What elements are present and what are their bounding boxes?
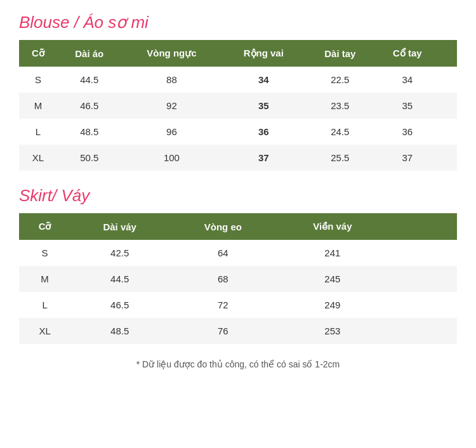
table-cell: 64 (169, 240, 277, 266)
table-cell (411, 240, 434, 266)
blouse-title: Blouse / Áo sơ mi (19, 13, 457, 32)
table-cell: 48.5 (57, 119, 122, 145)
table-cell: 23.5 (305, 93, 374, 119)
table-cell (440, 93, 457, 119)
table-cell: 34 (221, 67, 305, 93)
table-row: L46.572249 (19, 292, 457, 318)
table-row: L48.5963624.536 (19, 119, 457, 145)
table-cell: 44.5 (57, 67, 122, 93)
table-cell: S (19, 240, 70, 266)
skirt-table: Cỡ Dài váy Vòng eo Viền váy S42.564241M4… (19, 213, 457, 344)
table-cell: 241 (277, 240, 388, 266)
table-cell (411, 292, 434, 318)
table-cell (440, 67, 457, 93)
blouse-col-co: Cỡ (19, 40, 57, 67)
skirt-title: Skirt/ Váy (19, 186, 457, 206)
table-cell: 249 (277, 292, 388, 318)
blouse-col-vong-nguc: Vòng ngực (122, 40, 221, 67)
blouse-section: Blouse / Áo sơ mi Cỡ Dài áo Vòng ngực Rộ… (19, 13, 457, 171)
table-cell (440, 145, 457, 171)
blouse-col-rong-vai: Rộng vai (221, 40, 305, 67)
table-cell: 100 (122, 145, 221, 171)
table-cell: 35 (221, 93, 305, 119)
skirt-tbody: S42.564241M44.568245L46.572249XL48.57625… (19, 240, 457, 344)
table-cell: 88 (122, 67, 221, 93)
table-cell: 37 (374, 145, 440, 171)
table-row: S42.564241 (19, 240, 457, 266)
skirt-col-co: Cỡ (19, 213, 70, 240)
table-cell (388, 266, 411, 292)
blouse-col-dai-tay: Dài tay (305, 40, 374, 67)
blouse-header-row: Cỡ Dài áo Vòng ngực Rộng vai Dài tay Cổ … (19, 40, 457, 67)
blouse-table: Cỡ Dài áo Vòng ngực Rộng vai Dài tay Cổ … (19, 40, 457, 171)
table-cell: 50.5 (57, 145, 122, 171)
table-cell: 46.5 (57, 93, 122, 119)
table-row: S44.5883422.534 (19, 67, 457, 93)
table-cell: 92 (122, 93, 221, 119)
table-cell: 42.5 (70, 240, 169, 266)
table-cell: S (19, 67, 57, 93)
table-cell: 245 (277, 266, 388, 292)
table-row: M46.5923523.535 (19, 93, 457, 119)
blouse-col-co-tay: Cổ tay (374, 40, 440, 67)
footnote: * Dữ liệu được đo thủ công, có thể có sa… (19, 359, 457, 369)
table-cell: 37 (221, 145, 305, 171)
table-cell (434, 240, 457, 266)
table-row: M44.568245 (19, 266, 457, 292)
table-cell: XL (19, 318, 70, 344)
table-cell (411, 266, 434, 292)
table-cell: M (19, 266, 70, 292)
table-cell: 24.5 (305, 119, 374, 145)
table-cell: 96 (122, 119, 221, 145)
skirt-col-e2 (411, 213, 434, 240)
skirt-col-dai-vay: Dài váy (70, 213, 169, 240)
skirt-col-vien-vay: Viền váy (277, 213, 388, 240)
table-cell: L (19, 119, 57, 145)
table-cell: 76 (169, 318, 277, 344)
table-cell (434, 266, 457, 292)
skirt-col-e3 (434, 213, 457, 240)
table-cell: 44.5 (70, 266, 169, 292)
table-cell: XL (19, 145, 57, 171)
table-cell: 22.5 (305, 67, 374, 93)
blouse-thead: Cỡ Dài áo Vòng ngực Rộng vai Dài tay Cổ … (19, 40, 457, 67)
skirt-header-row: Cỡ Dài váy Vòng eo Viền váy (19, 213, 457, 240)
blouse-tbody: S44.5883422.534M46.5923523.535L48.596362… (19, 67, 457, 171)
table-cell: 25.5 (305, 145, 374, 171)
table-row: XL50.51003725.537 (19, 145, 457, 171)
table-cell: 34 (374, 67, 440, 93)
table-cell: 253 (277, 318, 388, 344)
table-cell: 48.5 (70, 318, 169, 344)
table-cell (388, 240, 411, 266)
table-cell (434, 292, 457, 318)
skirt-col-vong-eo: Vòng eo (169, 213, 277, 240)
table-cell: 72 (169, 292, 277, 318)
table-cell: M (19, 93, 57, 119)
table-cell: L (19, 292, 70, 318)
blouse-col-empty (440, 40, 457, 67)
table-cell: 35 (374, 93, 440, 119)
table-cell: 36 (221, 119, 305, 145)
table-cell (434, 318, 457, 344)
table-cell (411, 318, 434, 344)
table-cell (388, 292, 411, 318)
table-cell: 68 (169, 266, 277, 292)
table-cell: 46.5 (70, 292, 169, 318)
skirt-thead: Cỡ Dài váy Vòng eo Viền váy (19, 213, 457, 240)
table-cell: 36 (374, 119, 440, 145)
table-cell (388, 318, 411, 344)
table-cell (440, 119, 457, 145)
table-row: XL48.576253 (19, 318, 457, 344)
skirt-col-e1 (388, 213, 411, 240)
skirt-section: Skirt/ Váy Cỡ Dài váy Vòng eo Viền váy S… (19, 186, 457, 344)
blouse-col-dai-ao: Dài áo (57, 40, 122, 67)
